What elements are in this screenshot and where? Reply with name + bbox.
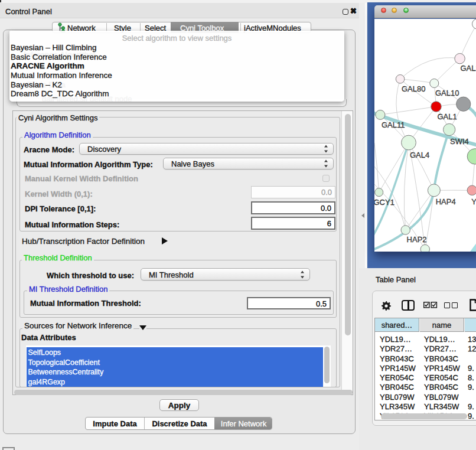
svg-text:HAP2: HAP2 [407, 235, 427, 244]
svg-text:GAL2: GAL2 [461, 64, 476, 73]
svg-text:GAL4: GAL4 [410, 151, 429, 159]
svg-text:GCY1: GCY1 [374, 198, 395, 207]
svg-text:Y: Y [471, 197, 476, 206]
svg-text:SWI4: SWI4 [450, 137, 469, 146]
svg-text:GAL10: GAL10 [435, 89, 459, 97]
svg-text:GAL80: GAL80 [402, 84, 425, 93]
svg-text:GAL11: GAL11 [382, 120, 405, 129]
svg-text:HAP4: HAP4 [436, 197, 456, 206]
svg-text:GAL1: GAL1 [438, 112, 457, 121]
